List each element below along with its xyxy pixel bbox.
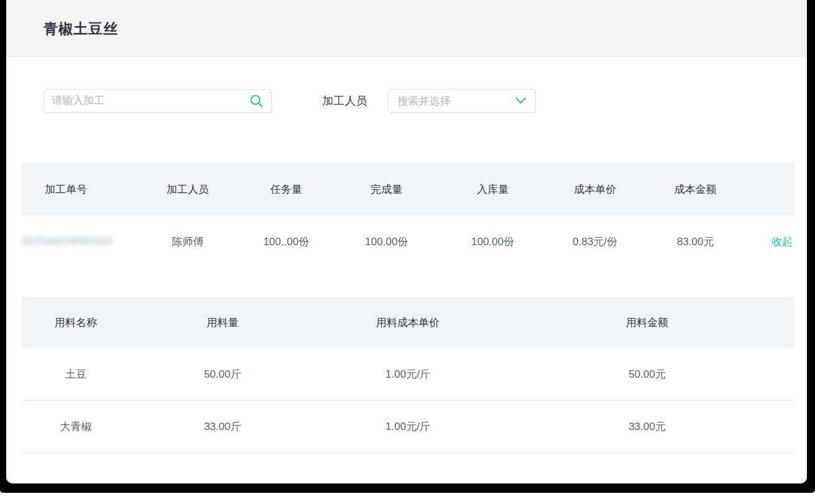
stock-qty-cell: 100.00份	[439, 235, 547, 249]
material-qty-cell: 33.00斤	[130, 419, 315, 434]
search-box[interactable]	[44, 89, 272, 113]
process-table-row: 30256654895566 陈师傅 100..00份 100.00份 100.…	[22, 215, 794, 268]
done-qty-cell: 100.00份	[335, 235, 439, 249]
col-header-order-no: 加工单号	[22, 182, 137, 197]
material-table: 用料名称 用料量 用料成本单价 用料金额 土豆 50.00斤 1.00元/斤 5…	[22, 297, 794, 453]
task-qty-cell: 100..00份	[238, 235, 334, 249]
material-row: 大青椒 33.00斤 1.00元/斤 33.00元	[22, 401, 794, 453]
material-unit-cost-cell: 1.00元/斤	[315, 367, 501, 381]
filter-bar: 加工人员 搜索并选择	[6, 89, 807, 113]
material-table-header: 用料名称 用料量 用料成本单价 用料金额	[22, 297, 794, 348]
material-amount-cell: 50.00元	[500, 367, 794, 381]
col-header-material-qty: 用料量	[130, 315, 315, 330]
col-header-stock-qty: 入库量	[439, 182, 547, 197]
staff-select[interactable]: 搜索并选择	[388, 89, 536, 113]
material-row: 土豆 50.00斤 1.00元/斤 50.00元	[22, 348, 794, 401]
unit-cost-cell: 0.83元/份	[547, 235, 643, 249]
col-header-unit-cost: 成本单价	[547, 182, 643, 197]
chevron-down-icon	[516, 98, 526, 104]
device-frame: 青椒土豆丝 加工人员 搜索并选择 加工单号 加工人员	[0, 0, 815, 493]
col-header-material-name: 用料名称	[22, 315, 130, 330]
staff-filter-label: 加工人员	[322, 93, 367, 108]
col-header-done-qty: 完成量	[335, 182, 439, 197]
process-detail-card: 青椒土豆丝 加工人员 搜索并选择 加工单号 加工人员	[6, 0, 807, 483]
order-no-cell: 30256654895566	[22, 235, 137, 248]
search-input[interactable]	[52, 95, 249, 107]
col-header-cost-amt: 成本金额	[643, 182, 748, 197]
material-qty-cell: 50.00斤	[130, 367, 315, 381]
col-header-staff: 加工人员	[137, 182, 238, 197]
search-icon[interactable]	[249, 93, 264, 108]
col-header-material-unit-cost: 用料成本单价	[315, 315, 501, 330]
process-table: 加工单号 加工人员 任务量 完成量 入库量 成本单价 成本金额 30256654…	[22, 163, 794, 268]
order-no-blurred: 30256654895566	[22, 235, 113, 248]
material-unit-cost-cell: 1.00元/斤	[315, 419, 501, 434]
material-name-cell: 大青椒	[22, 419, 130, 434]
col-header-material-amount: 用料金额	[500, 315, 794, 330]
page-title: 青椒土豆丝	[44, 19, 118, 39]
staff-cell: 陈师傅	[137, 235, 238, 249]
material-name-cell: 土豆	[22, 367, 130, 381]
staff-select-placeholder: 搜索并选择	[398, 94, 450, 108]
process-table-header: 加工单号 加工人员 任务量 完成量 入库量 成本单价 成本金额	[22, 163, 794, 215]
material-amount-cell: 33.00元	[500, 419, 794, 434]
cost-amt-cell: 83.00元	[643, 235, 748, 249]
collapse-link[interactable]: 收起	[771, 236, 793, 248]
col-header-task-qty: 任务量	[238, 182, 334, 197]
card-header: 青椒土豆丝	[6, 0, 807, 57]
action-cell: 收起	[748, 235, 794, 249]
